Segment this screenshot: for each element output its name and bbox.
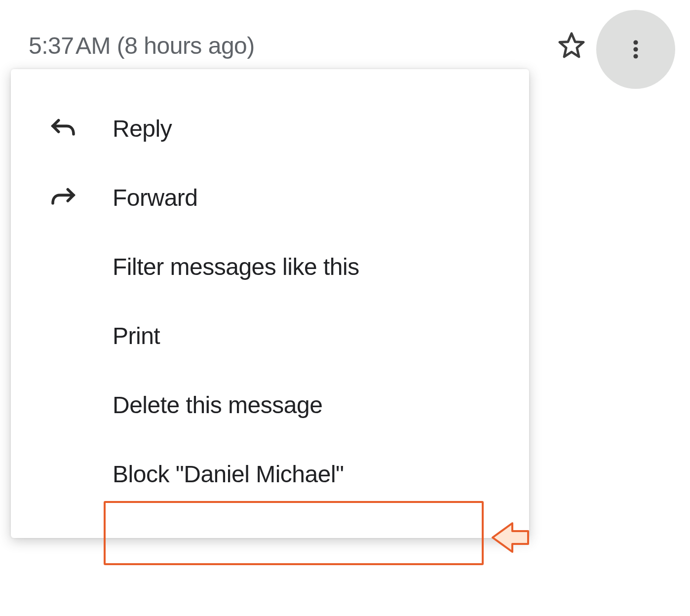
menu-item-block-sender[interactable]: Block "Daniel Michael"	[11, 439, 529, 508]
more-options-button[interactable]	[596, 10, 675, 89]
more-options-menu: Reply Forward Filter messages like this …	[11, 69, 529, 538]
menu-label-forward: Forward	[113, 184, 198, 211]
more-vertical-icon	[624, 38, 648, 61]
menu-item-delete[interactable]: Delete this message	[11, 370, 529, 439]
svg-marker-0	[560, 34, 583, 57]
menu-label-block: Block "Daniel Michael"	[113, 461, 344, 488]
svg-point-1	[633, 40, 638, 44]
star-icon[interactable]	[557, 31, 586, 60]
svg-point-2	[633, 47, 638, 51]
forward-arrow-icon	[48, 184, 78, 211]
menu-item-reply[interactable]: Reply	[11, 94, 529, 163]
menu-label-filter: Filter messages like this	[113, 253, 359, 280]
reply-arrow-icon	[48, 115, 78, 142]
menu-item-filter[interactable]: Filter messages like this	[11, 232, 529, 301]
svg-point-3	[633, 54, 638, 58]
menu-item-print[interactable]: Print	[11, 301, 529, 370]
menu-label-reply: Reply	[113, 115, 172, 142]
timestamp-label: 5:37 AM (8 hours ago)	[29, 32, 255, 59]
menu-label-delete: Delete this message	[113, 391, 322, 419]
message-header-row: 5:37 AM (8 hours ago)	[29, 31, 660, 60]
menu-item-forward[interactable]: Forward	[11, 163, 529, 232]
menu-label-print: Print	[113, 322, 160, 349]
